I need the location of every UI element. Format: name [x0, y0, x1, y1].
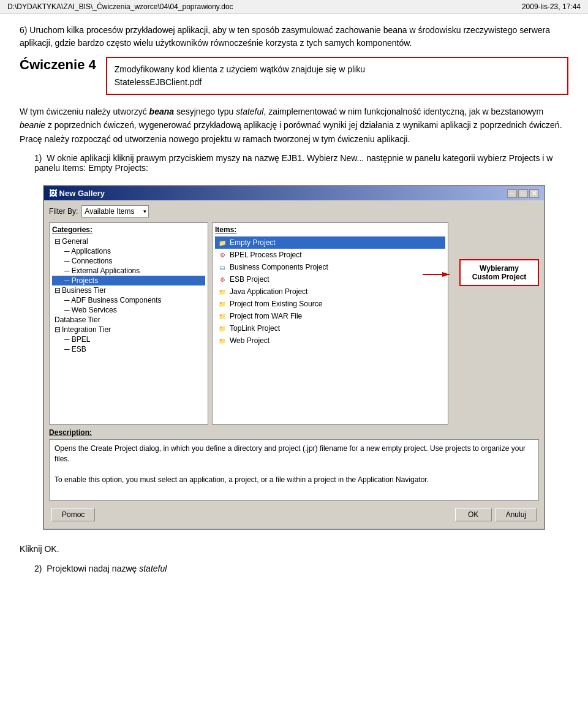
folder-icon2: 📁	[217, 287, 227, 297]
folder-icon5: 📁	[217, 323, 227, 333]
tree-item-integration-tier[interactable]: ⊟ Integration Tier	[52, 325, 205, 334]
header-bar: D:\DYDAKTYKA\ZAI_BIS\_Ćwiczenia_wzorce\0…	[0, 0, 588, 14]
filter-row: Filter By: Available Items ▼	[49, 205, 539, 217]
panels-row: Categories: ⊟ General ─ Applications ─ C…	[49, 222, 539, 425]
project-icon: 🗂	[217, 262, 227, 272]
list-item-business-components[interactable]: 🗂 Business Components Project	[215, 261, 445, 273]
exercise-block: Ćwiczenie 4 Zmodyfikowany kod klienta z …	[20, 57, 568, 95]
footer-right-buttons: OK Anuluj	[455, 508, 537, 521]
list-item-bpel-process[interactable]: ⚙ BPEL Process Project	[215, 249, 445, 261]
description-panel: Opens the Create Project dialog, in whic…	[49, 439, 539, 501]
callout-text: Wybieramy Custom Project	[472, 264, 527, 281]
list-item-existing-source[interactable]: 📁 Project from Existing Source	[215, 298, 445, 310]
tree-item-projects[interactable]: ─ Projects	[52, 276, 205, 285]
list-item-web-project[interactable]: 📁 Web Project	[215, 334, 445, 347]
list-item-java-app[interactable]: 📁 Java Application Project	[215, 285, 445, 298]
tree-item-external-apps[interactable]: ─ External Applications	[52, 266, 205, 276]
list-item-empty-project[interactable]: 📁 Empty Project	[215, 236, 445, 249]
datetime: 2009-lis-23, 17:44	[522, 2, 581, 11]
help-button[interactable]: Pomoc	[51, 508, 95, 521]
maximize-button[interactable]: □	[518, 189, 528, 198]
categories-panel: Categories: ⊟ General ─ Applications ─ C…	[49, 222, 208, 425]
tree-expand-icon-business: ⊟	[55, 286, 61, 295]
description-section: Description: Opens the Create Project di…	[49, 428, 539, 501]
items-label: Items:	[215, 225, 445, 234]
exercise-description: W tym ćwiczeniu należy utworzyć beana se…	[20, 105, 568, 146]
tree-item-web-services[interactable]: ─ Web Services	[52, 305, 205, 315]
callout-box: Wybieramy Custom Project	[459, 259, 539, 286]
intro-paragraph1: 6) Uruchom kilka procesów przykładowej a…	[20, 24, 568, 50]
tree-item-business-tier[interactable]: ⊟ Business Tier	[52, 285, 205, 295]
tree-item-general[interactable]: ⊟ General	[52, 236, 205, 246]
main-content: 6) Uruchom kilka procesów przykładowej a…	[0, 14, 588, 591]
chevron-down-icon: ▼	[142, 209, 147, 214]
tree-item-database-tier[interactable]: Database Tier	[52, 315, 205, 325]
items-panel: Items: 📁 Empty Project ⚙ BPEL Process Pr…	[212, 222, 448, 425]
filter-label: Filter By:	[49, 207, 78, 216]
categories-label: Categories:	[52, 225, 205, 234]
titlebar-buttons[interactable]: ─ □ ✕	[507, 189, 539, 198]
callout-container: Wybieramy Custom Project	[453, 259, 539, 286]
gear-icon: ⚙	[217, 250, 227, 260]
tree-item-adf[interactable]: ─ ADF Business Components	[52, 295, 205, 305]
dialog-title: 🖼 New Gallery	[49, 189, 105, 198]
tree-item-connections[interactable]: ─ Connections	[52, 256, 205, 266]
click-ok-text: Kliknij OK.	[20, 542, 568, 556]
dialog-titlebar: 🖼 New Gallery ─ □ ✕	[44, 186, 544, 200]
dialog-body: Filter By: Available Items ▼ Categories:…	[44, 200, 544, 529]
list-item-toplink[interactable]: 📁 TopLink Project	[215, 322, 445, 334]
list-item-esb-project[interactable]: ⚙ ESB Project	[215, 273, 445, 285]
highlighted-box: Zmodyfikowany kod klienta z użyciem wątk…	[106, 57, 568, 95]
tree-expand-icon-integration: ⊟	[55, 325, 61, 334]
description-text1: Opens the Create Project dialog, in whic…	[55, 444, 533, 464]
items-and-callout: Items: 📁 Empty Project ⚙ BPEL Process Pr…	[212, 222, 539, 425]
close-button[interactable]: ✕	[529, 189, 539, 198]
folder-icon: 📁	[217, 238, 227, 248]
folder-icon3: 📁	[217, 299, 227, 309]
minimize-button[interactable]: ─	[507, 189, 517, 198]
ok-button[interactable]: OK	[455, 508, 492, 521]
step2: 2) Projektowi nadaj nazwę stateful	[20, 564, 568, 573]
folder-icon4: 📁	[217, 311, 227, 321]
step1-text: 1) W oknie aplikacji kliknij prawym przy…	[34, 153, 568, 173]
esb-icon: ⚙	[217, 274, 227, 284]
step2-text: 2) Projektowi nadaj nazwę stateful	[34, 564, 568, 573]
description-label: Description:	[49, 428, 539, 437]
description-text2: To enable this option, you must select a…	[55, 475, 533, 485]
callout-arrow-svg	[423, 265, 453, 284]
step1: 1) W oknie aplikacji kliknij prawym przy…	[20, 153, 568, 173]
cancel-button[interactable]: Anuluj	[496, 508, 537, 521]
file-path: D:\DYDAKTYKA\ZAI_BIS\_Ćwiczenia_wzorce\0…	[7, 2, 233, 11]
filter-value: Available Items	[85, 207, 134, 216]
dialog-footer: Pomoc OK Anuluj	[49, 504, 539, 524]
tree-item-esb[interactable]: ─ ESB	[52, 344, 205, 354]
list-item-war-file[interactable]: 📁 Project from WAR File	[215, 310, 445, 322]
folder-icon6: 📁	[217, 336, 227, 346]
new-gallery-dialog: 🖼 New Gallery ─ □ ✕ Filter By: Available…	[43, 185, 545, 530]
filter-dropdown[interactable]: Available Items ▼	[81, 205, 149, 217]
tree-item-applications[interactable]: ─ Applications	[52, 246, 205, 256]
tree-item-bpel[interactable]: ─ BPEL	[52, 334, 205, 344]
exercise-label: Ćwiczenie 4	[20, 57, 96, 73]
tree-expand-icon: ⊟	[55, 237, 61, 246]
